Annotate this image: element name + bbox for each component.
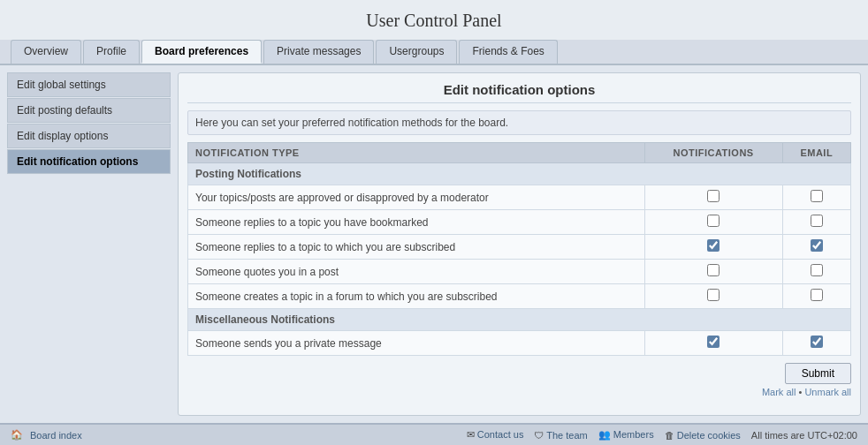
tab-private-messages[interactable]: Private messages xyxy=(263,40,374,64)
col-email: EMAIL xyxy=(782,143,850,163)
email-checkbox-cell xyxy=(782,331,850,356)
notification-type-cell: Someone quotes you in a post xyxy=(188,260,645,284)
tab-board-preferences[interactable]: Board preferences xyxy=(141,40,262,64)
table-section-header: Posting Notifications xyxy=(188,163,851,185)
email-checkbox[interactable] xyxy=(811,289,823,301)
tab-usergroups[interactable]: Usergroups xyxy=(376,40,457,64)
table-row: Someone quotes you in a post xyxy=(188,260,851,284)
notification-checkbox-cell xyxy=(644,260,782,284)
submit-row: Submit Mark all • Unmark all xyxy=(187,363,851,397)
notifications-checkbox[interactable] xyxy=(707,264,720,276)
home-icon: 🏠 xyxy=(11,429,23,441)
table-row: Your topics/posts are approved or disapp… xyxy=(188,185,851,210)
notification-checkbox-cell xyxy=(644,185,782,210)
notification-type-cell: Someone replies to a topic to which you … xyxy=(188,235,645,260)
email-checkbox[interactable] xyxy=(811,264,823,276)
tab-friends-foes[interactable]: Friends & Foes xyxy=(459,40,557,64)
email-checkbox[interactable] xyxy=(811,336,823,348)
footer: 🏠 Board index ✉ Contact us 🛡 The team 👥 … xyxy=(0,423,868,445)
users-icon: 👥 xyxy=(598,429,611,440)
notifications-checkbox[interactable] xyxy=(707,239,720,252)
tab-profile[interactable]: Profile xyxy=(83,40,140,64)
notification-type-cell: Your topics/posts are approved or disapp… xyxy=(188,185,645,210)
table-row: Someone replies to a topic to which you … xyxy=(188,235,851,260)
notification-checkbox-cell xyxy=(644,331,782,356)
notification-table: NOTIFICATION TYPE NOTIFICATIONS EMAIL Po… xyxy=(187,142,851,356)
notification-type-cell: Someone creates a topic in a forum to wh… xyxy=(188,284,645,309)
notifications-checkbox[interactable] xyxy=(707,336,720,348)
tab-bar: Overview Profile Board preferences Priva… xyxy=(0,40,868,65)
sidebar-item-global-settings[interactable]: Edit global settings xyxy=(7,72,171,97)
unmark-all-link[interactable]: Unmark all xyxy=(804,387,851,397)
notification-checkbox-cell xyxy=(644,284,782,309)
shield-icon: 🛡 xyxy=(534,430,544,441)
all-times-text: All times are UTC+02:00 xyxy=(751,430,857,441)
email-checkbox-cell xyxy=(782,260,850,284)
cookie-icon: 🗑 xyxy=(665,430,674,441)
members-link[interactable]: Members xyxy=(613,429,654,440)
sidebar: Edit global settings Edit posting defaul… xyxy=(7,72,171,416)
email-checkbox[interactable] xyxy=(811,190,823,202)
mark-all-link[interactable]: Mark all xyxy=(762,387,796,397)
sidebar-item-display-options[interactable]: Edit display options xyxy=(7,124,171,148)
footer-right: ✉ Contact us 🛡 The team 👥 Members 🗑 Dele… xyxy=(467,429,857,441)
mark-links: Mark all • Unmark all xyxy=(762,387,851,397)
sidebar-item-notification-options[interactable]: Edit notification options xyxy=(7,149,171,174)
notification-type-cell: Someone sends you a private message xyxy=(188,331,645,356)
contact-us-link[interactable]: Contact us xyxy=(477,429,524,440)
col-type: NOTIFICATION TYPE xyxy=(188,143,645,163)
email-checkbox-cell xyxy=(782,235,850,260)
the-team-link[interactable]: The team xyxy=(546,430,587,441)
table-row: Someone replies to a topic you have book… xyxy=(188,210,851,235)
submit-button[interactable]: Submit xyxy=(785,363,851,384)
content-title: Edit notification options xyxy=(187,82,851,103)
table-row: Someone sends you a private message xyxy=(188,331,851,356)
email-checkbox[interactable] xyxy=(811,215,823,227)
email-checkbox-cell xyxy=(782,185,850,210)
email-checkbox[interactable] xyxy=(811,239,823,252)
table-row: Someone creates a topic in a forum to wh… xyxy=(188,284,851,309)
board-index-link[interactable]: Board index xyxy=(30,430,82,441)
content-description: Here you can set your preferred notifica… xyxy=(187,110,851,135)
table-section-header: Miscellaneous Notifications xyxy=(188,309,851,331)
col-notifications: NOTIFICATIONS xyxy=(644,143,782,163)
notification-checkbox-cell xyxy=(644,235,782,260)
page-title: User Control Panel xyxy=(0,0,868,40)
notification-type-cell: Someone replies to a topic you have book… xyxy=(188,210,645,235)
notifications-checkbox[interactable] xyxy=(707,190,720,202)
main-area: Edit global settings Edit posting defaul… xyxy=(0,65,868,423)
delete-cookies-link[interactable]: Delete cookies xyxy=(677,430,741,441)
envelope-icon: ✉ xyxy=(467,429,475,440)
notification-checkbox-cell xyxy=(644,210,782,235)
notifications-checkbox[interactable] xyxy=(707,215,720,227)
email-checkbox-cell xyxy=(782,284,850,309)
tab-overview[interactable]: Overview xyxy=(11,40,81,64)
sidebar-item-posting-defaults[interactable]: Edit posting defaults xyxy=(7,98,171,123)
content-area: Edit notification options Here you can s… xyxy=(178,72,861,416)
footer-left: 🏠 Board index xyxy=(11,429,82,441)
notifications-checkbox[interactable] xyxy=(707,289,720,301)
email-checkbox-cell xyxy=(782,210,850,235)
